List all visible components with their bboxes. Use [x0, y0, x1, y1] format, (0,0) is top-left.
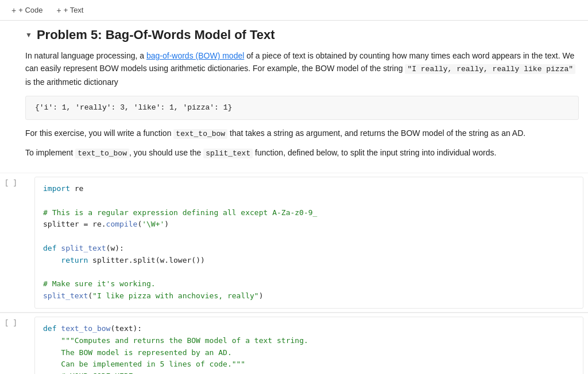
bow-model-link[interactable]: bag-of-words (BOW) model — [146, 51, 244, 60]
add-code-button[interactable]: + + Code — [7, 3, 47, 17]
plus-text-icon: + — [56, 6, 61, 15]
code-cell-2: [ ] def text_to_bow(text): """Computes a… — [0, 313, 588, 374]
code-editor-1[interactable]: import re # This is a regular expression… — [34, 177, 583, 309]
markdown-cell: ▼ Problem 5: Bag-Of-Words Model of Text … — [0, 21, 588, 173]
intro-paragraph: In natural language processing, a bag-of… — [25, 49, 579, 89]
problem-title: Problem 5: Bag-Of-Words Model of Text — [37, 28, 275, 42]
code-cell-1: [ ] import re # This is a regular expres… — [0, 173, 588, 312]
add-text-button[interactable]: + + Text — [52, 3, 88, 17]
cell-gutter-2: [ ] — [5, 313, 34, 327]
exercise-text-after: that takes a string as argument, and ret… — [227, 128, 525, 138]
collapse-arrow-icon[interactable]: ▼ — [25, 31, 32, 39]
code-pre-1: import re # This is a regular expression… — [43, 183, 575, 302]
implement-paragraph: To implement text_to_bow, you should use… — [25, 146, 579, 160]
intro-text-before: In natural language processing, a — [25, 51, 146, 60]
inline-code-string: "I really, really, really like pizza" — [405, 64, 575, 74]
cell-bracket-1: [ ] — [5, 179, 17, 187]
exercise-paragraph: For this exercise, you will write a func… — [25, 127, 579, 141]
implement-text-end: function, defined below, to split the in… — [253, 148, 496, 157]
section-header: ▼ Problem 5: Bag-Of-Words Model of Text — [25, 28, 579, 42]
add-text-label: + Text — [64, 6, 84, 14]
dict-display: {'i': 1, 'really': 3, 'like': 1, 'pizza'… — [25, 96, 579, 120]
markdown-body: In natural language processing, a bag-of… — [25, 49, 579, 160]
code-pre-2: def text_to_bow(text): """Computes and r… — [43, 323, 575, 374]
toolbar: + + Code + + Text — [0, 0, 588, 21]
plus-code-icon: + — [11, 6, 16, 15]
implement-text-after: , you should use the — [129, 148, 203, 157]
cell-bracket-2: [ ] — [5, 319, 17, 327]
exercise-text-before: For this exercise, you will write a func… — [25, 128, 173, 138]
cell-gutter-1: [ ] — [5, 173, 34, 187]
code-editor-2[interactable]: def text_to_bow(text): """Computes and r… — [34, 317, 583, 374]
add-code-label: + Code — [18, 6, 42, 14]
inline-code-split-text: split_text — [203, 149, 253, 158]
intro-text-end: is the arithmetic dictionary — [25, 77, 118, 87]
inline-code-text-to-bow: text_to_bow — [173, 129, 227, 139]
inline-code-text-to-bow-2: text_to_bow — [75, 149, 129, 158]
implement-text-before: To implement — [25, 148, 75, 157]
notebook: + + Code + + Text ▼ Problem 5: Bag-Of-Wo… — [0, 0, 588, 374]
